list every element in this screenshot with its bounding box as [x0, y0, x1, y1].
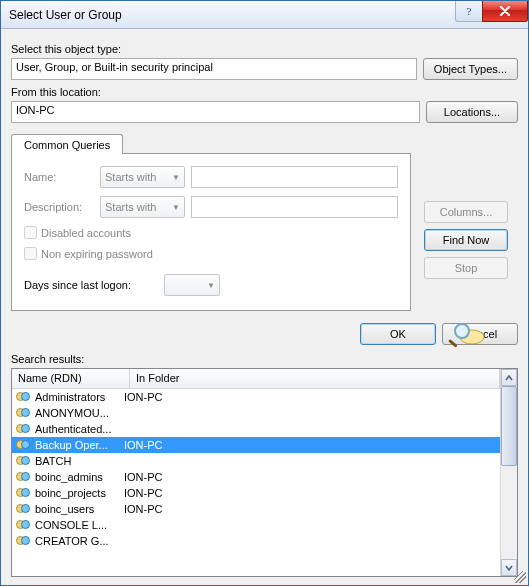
close-icon: [499, 6, 511, 16]
location-label: From this location:: [11, 86, 518, 98]
result-folder-cell: ION-PC: [124, 439, 496, 451]
column-header-folder[interactable]: In Folder: [130, 369, 500, 388]
result-row[interactable]: boinc_projectsION-PC: [12, 485, 500, 501]
object-type-field: User, Group, or Built-in security princi…: [11, 58, 417, 80]
group-icon: [16, 469, 32, 485]
titlebar: Select User or Group ?: [1, 1, 528, 29]
object-types-button[interactable]: Object Types...: [423, 58, 518, 80]
result-name-cell: boinc_users: [16, 501, 120, 517]
resize-grip[interactable]: [514, 571, 526, 583]
result-name-cell: CONSOLE L...: [16, 517, 120, 533]
result-name-cell: boinc_admins: [16, 469, 120, 485]
help-button[interactable]: ?: [455, 1, 483, 22]
disabled-accounts-checkbox: Disabled accounts: [24, 226, 398, 239]
group-icon: [16, 517, 32, 533]
group-icon: [16, 405, 32, 421]
search-results: Name (RDN) In Folder AdministratorsION-P…: [11, 368, 518, 577]
result-name-cell: Administrators: [16, 389, 120, 405]
columns-button: Columns...: [424, 201, 508, 223]
result-name-cell: boinc_projects: [16, 485, 120, 501]
search-results-label: Search results:: [11, 353, 518, 365]
result-folder-cell: ION-PC: [124, 471, 496, 483]
column-header-name[interactable]: Name (RDN): [12, 369, 130, 388]
description-mode-combo: Starts with ▼: [100, 196, 185, 218]
group-icon: [16, 437, 32, 453]
result-row[interactable]: boinc_usersION-PC: [12, 501, 500, 517]
days-since-logon-label: Days since last logon:: [24, 279, 154, 291]
svg-point-2: [455, 324, 469, 338]
result-row[interactable]: Authenticated...: [12, 421, 500, 437]
scroll-up-button[interactable]: [501, 369, 517, 386]
results-header: Name (RDN) In Folder: [12, 369, 500, 389]
tab-common-queries[interactable]: Common Queries: [11, 134, 123, 154]
location-field: ION-PC: [11, 101, 420, 123]
name-filter-label: Name:: [24, 171, 94, 183]
result-name-cell: Authenticated...: [16, 421, 120, 437]
name-filter-input: [191, 166, 398, 188]
result-row[interactable]: CREATOR G...: [12, 533, 500, 549]
chevron-down-icon: ▼: [172, 203, 180, 212]
select-user-or-group-dialog: Select User or Group ? Select this objec…: [0, 0, 529, 586]
result-folder-cell: ION-PC: [124, 487, 496, 499]
result-name-cell: BATCH: [16, 453, 120, 469]
group-icon: [16, 453, 32, 469]
description-filter-input: [191, 196, 398, 218]
help-icon: ?: [464, 5, 474, 17]
group-icon: [16, 501, 32, 517]
result-row[interactable]: ANONYMOU...: [12, 405, 500, 421]
locations-button[interactable]: Locations...: [426, 101, 518, 123]
result-name-cell: CREATOR G...: [16, 533, 120, 549]
find-now-button[interactable]: Find Now: [424, 229, 508, 251]
common-queries-panel: Name: Starts with ▼ Description: Starts …: [11, 153, 411, 311]
results-list[interactable]: AdministratorsION-PCANONYMOU...Authentic…: [12, 389, 500, 576]
result-folder-cell: ION-PC: [124, 391, 496, 403]
svg-text:?: ?: [467, 5, 472, 17]
object-type-label: Select this object type:: [11, 43, 518, 55]
close-button[interactable]: [482, 1, 528, 22]
chevron-down-icon: ▼: [207, 281, 215, 290]
group-icon: [16, 485, 32, 501]
non-expiring-password-checkbox: Non expiring password: [24, 247, 398, 260]
window-title: Select User or Group: [9, 8, 456, 22]
result-row[interactable]: AdministratorsION-PC: [12, 389, 500, 405]
scroll-thumb[interactable]: [501, 386, 517, 466]
group-icon: [16, 421, 32, 437]
name-mode-combo: Starts with ▼: [100, 166, 185, 188]
result-row[interactable]: CONSOLE L...: [12, 517, 500, 533]
result-row[interactable]: boinc_adminsION-PC: [12, 469, 500, 485]
vertical-scrollbar[interactable]: [500, 369, 517, 576]
chevron-up-icon: [505, 375, 513, 381]
days-since-logon-combo: ▼: [164, 274, 220, 296]
group-icon: [16, 389, 32, 405]
result-name-cell: ANONYMOU...: [16, 405, 120, 421]
stop-button: Stop: [424, 257, 508, 279]
chevron-down-icon: [505, 565, 513, 571]
group-icon: [16, 533, 32, 549]
chevron-down-icon: ▼: [172, 173, 180, 182]
svg-rect-3: [448, 339, 458, 348]
result-row[interactable]: BATCH: [12, 453, 500, 469]
description-filter-label: Description:: [24, 201, 94, 213]
result-folder-cell: ION-PC: [124, 503, 496, 515]
find-search-icon: [444, 319, 488, 351]
result-name-cell: Backup Oper...: [16, 437, 120, 453]
result-row[interactable]: Backup Oper...ION-PC: [12, 437, 500, 453]
